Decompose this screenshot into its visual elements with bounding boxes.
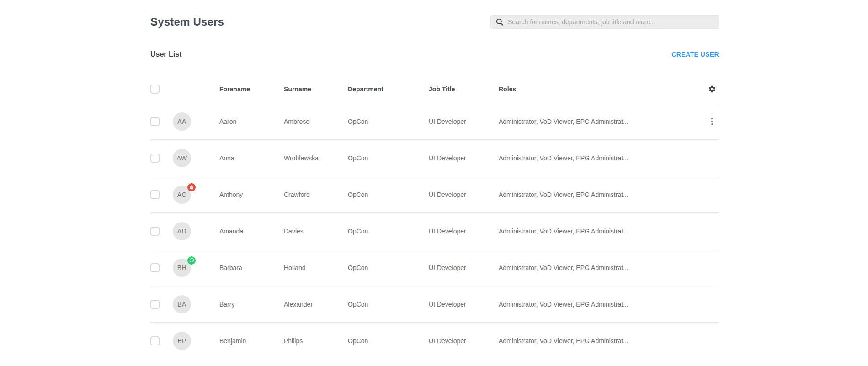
avatar-initials: BA — [177, 301, 186, 308]
avatar: AA — [173, 112, 191, 131]
cell-job-title: UI Developer — [429, 337, 499, 345]
row-checkbox[interactable] — [150, 263, 160, 272]
cell-job-title: UI Developer — [429, 301, 499, 308]
clock-icon — [189, 258, 194, 263]
cell-forename: Anthony — [219, 191, 284, 198]
cell-forename: Aaron — [219, 118, 284, 125]
cell-surname: Philips — [284, 337, 348, 345]
avatar-initials: BH — [177, 264, 186, 271]
table-row[interactable]: BP Benjamin Philips OpCon UI Developer A… — [150, 323, 719, 359]
avatar: BA — [173, 295, 191, 313]
user-table-body: AA Aaron Ambrose OpCon UI Developer Admi… — [150, 103, 719, 359]
row-checkbox[interactable] — [150, 190, 160, 199]
search-box[interactable] — [490, 15, 719, 29]
table-row[interactable]: AW Anna Wroblewska OpCon UI Developer Ad… — [150, 140, 719, 176]
column-header-job-title: Job Title — [429, 85, 499, 93]
column-header-forename: Forename — [219, 85, 284, 93]
table-header-row: Forename Surname Department Job Title Ro… — [150, 75, 719, 103]
cell-department: OpCon — [348, 154, 429, 162]
avatar-initials: AA — [177, 118, 186, 125]
table-row[interactable]: AD Amanda Davies OpCon UI Developer Admi… — [150, 213, 719, 249]
row-checkbox[interactable] — [150, 300, 160, 309]
gear-icon — [708, 85, 716, 93]
locked-badge — [187, 183, 196, 191]
kebab-dot — [711, 123, 713, 125]
cell-roles: Administrator, VoD Viewer, EPG Administr… — [499, 154, 705, 162]
cell-job-title: UI Developer — [429, 154, 499, 162]
row-checkbox[interactable] — [150, 117, 160, 126]
table-row[interactable]: BH Barbara Holland OpCon UI Developer Ad… — [150, 249, 719, 286]
row-checkbox[interactable] — [150, 154, 160, 163]
section-title: User List — [150, 50, 671, 58]
cell-job-title: UI Developer — [429, 191, 499, 198]
cell-job-title: UI Developer — [429, 264, 499, 271]
row-checkbox[interactable] — [150, 336, 160, 345]
cell-roles: Administrator, VoD Viewer, EPG Administr… — [499, 301, 705, 308]
cell-department: OpCon — [348, 228, 429, 235]
avatar: BH — [173, 259, 191, 277]
column-header-roles: Roles — [499, 85, 705, 93]
cell-job-title: UI Developer — [429, 118, 499, 125]
cell-surname: Davies — [284, 228, 348, 235]
select-all-checkbox[interactable] — [150, 85, 160, 94]
cell-forename: Barbara — [219, 264, 284, 271]
row-checkbox[interactable] — [150, 227, 160, 236]
cell-surname: Wroblewska — [284, 154, 348, 162]
table-row[interactable]: BA Barry Alexander OpCon UI Developer Ad… — [150, 286, 719, 323]
lock-icon — [189, 185, 194, 190]
search-icon — [495, 18, 504, 26]
cell-forename: Amanda — [219, 228, 284, 235]
cell-forename: Benjamin — [219, 337, 284, 345]
column-settings-button[interactable] — [708, 85, 716, 93]
main-content: System Users User List CREATE USER Foren… — [150, 0, 719, 359]
cell-department: OpCon — [348, 337, 429, 345]
cell-department: OpCon — [348, 264, 429, 271]
cell-department: OpCon — [348, 118, 429, 125]
cell-roles: Administrator, VoD Viewer, EPG Administr… — [499, 264, 705, 271]
column-header-department: Department — [348, 85, 429, 93]
avatar-initials: AW — [176, 154, 187, 162]
avatar: BP — [173, 332, 191, 350]
avatar-initials: AD — [177, 228, 186, 235]
cell-roles: Administrator, VoD Viewer, EPG Administr… — [499, 118, 705, 125]
avatar: AC — [173, 186, 191, 204]
cell-roles: Administrator, VoD Viewer, EPG Administr… — [499, 337, 705, 345]
kebab-dot — [711, 118, 713, 120]
top-bar: System Users — [150, 0, 719, 29]
section-bar: User List CREATE USER — [150, 48, 719, 61]
clock-badge — [187, 256, 196, 265]
cell-department: OpCon — [348, 191, 429, 198]
row-menu-button[interactable] — [708, 116, 716, 127]
cell-surname: Crawford — [284, 191, 348, 198]
cell-forename: Barry — [219, 301, 284, 308]
cell-forename: Anna — [219, 154, 284, 162]
avatar-initials: BP — [177, 337, 186, 345]
avatar: AD — [173, 222, 191, 240]
table-row[interactable]: AA Aaron Ambrose OpCon UI Developer Admi… — [150, 103, 719, 140]
table-row[interactable]: AC Anthony Crawford OpCon UI Developer A… — [150, 176, 719, 213]
cell-surname: Alexander — [284, 301, 348, 308]
cell-roles: Administrator, VoD Viewer, EPG Administr… — [499, 228, 705, 235]
avatar-initials: AC — [177, 191, 186, 198]
cell-department: OpCon — [348, 301, 429, 308]
page-title: System Users — [150, 15, 490, 29]
cell-surname: Holland — [284, 264, 348, 271]
cell-job-title: UI Developer — [429, 228, 499, 235]
avatar: AW — [173, 149, 191, 167]
search-input[interactable] — [508, 18, 714, 26]
cell-roles: Administrator, VoD Viewer, EPG Administr… — [499, 191, 705, 198]
cell-surname: Ambrose — [284, 118, 348, 125]
column-header-surname: Surname — [284, 85, 348, 93]
kebab-dot — [711, 121, 713, 122]
create-user-button[interactable]: CREATE USER — [671, 51, 719, 58]
